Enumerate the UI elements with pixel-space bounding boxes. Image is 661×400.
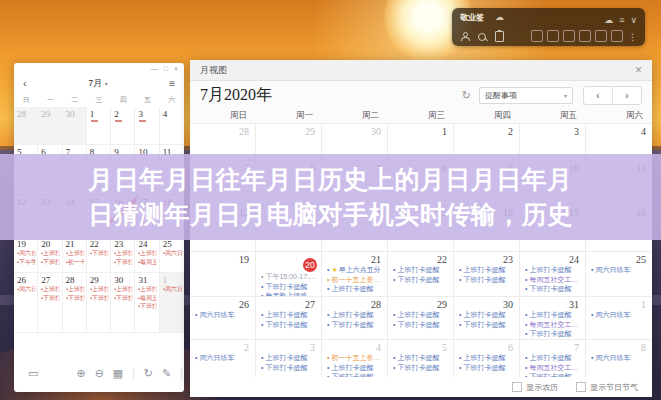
- day-cell[interactable]: 29•上班打卡提醒•下班打卡提醒: [388, 297, 454, 339]
- day-cell[interactable]: 5•上班打卡提醒•下班打卡提醒: [388, 340, 454, 377]
- checkbox-icon[interactable]: [576, 382, 586, 392]
- mini-day-cell[interactable]: 29: [38, 107, 62, 145]
- month-selector[interactable]: 7月 ▾: [27, 77, 169, 90]
- mini-event[interactable]: •上班打卡..: [114, 249, 133, 257]
- day-cell[interactable]: 30•上班打卡提醒•下班打卡提醒: [454, 297, 520, 339]
- calendar-event[interactable]: •★早上六点五分: [327, 265, 383, 275]
- calendar-event[interactable]: •上班打卡提醒: [261, 353, 317, 363]
- user-icon[interactable]: [460, 32, 469, 41]
- minimize-button[interactable]: —: [151, 65, 158, 72]
- calendar-event[interactable]: •下班打卡提醒: [525, 372, 581, 377]
- mini-event[interactable]: •下班打卡..: [90, 294, 109, 302]
- clipboard-icon[interactable]: [495, 31, 504, 42]
- mini-event[interactable]: •上班打卡..: [90, 285, 109, 293]
- calendar-event[interactable]: •下班打卡提醒: [393, 363, 449, 373]
- calendar-event[interactable]: •上班打卡提醒: [327, 284, 383, 294]
- mini-day-cell[interactable]: 1•周六日练..: [160, 273, 184, 333]
- mini-day-cell[interactable]: 4: [160, 107, 184, 145]
- mini-day-cell[interactable]: 26•周六日练..: [14, 273, 38, 333]
- image-icon[interactable]: ▦: [113, 368, 123, 379]
- app-shortcut-icon[interactable]: [531, 30, 543, 42]
- calendar-event[interactable]: •上班打卡提醒: [459, 310, 515, 320]
- day-cell[interactable]: 24•上班打卡提醒•每周五社交工作总结•下班打卡提醒: [520, 252, 586, 296]
- day-cell[interactable]: 23•上班打卡提醒•下班打卡提醒: [454, 252, 520, 296]
- mini-event[interactable]: •下班打卡..: [114, 294, 133, 302]
- calendar-event[interactable]: •周六日练车: [195, 310, 251, 320]
- mini-event[interactable]: •下班打卡..: [114, 258, 133, 266]
- calendar-event[interactable]: •上班打卡提醒: [393, 310, 449, 320]
- mini-day-cell[interactable]: 29•上班打卡..•下班打卡..: [87, 273, 111, 333]
- mini-day-cell[interactable]: 3: [135, 107, 159, 145]
- day-cell[interactable]: 26•周六日练车: [190, 297, 256, 339]
- menu-icon[interactable]: ≡: [619, 15, 624, 25]
- calendar-event[interactable]: •上班打卡提醒: [525, 310, 581, 320]
- mini-day-cell[interactable]: 23•上班打卡..•下班打卡..: [111, 237, 135, 273]
- mini-day-cell[interactable]: 30: [63, 107, 87, 145]
- mini-event[interactable]: •上班打卡..: [138, 285, 157, 293]
- mini-day-cell[interactable]: 22•下班打卡..: [87, 237, 111, 273]
- calendar-event[interactable]: •上班打卡提醒: [525, 353, 581, 363]
- mini-day-cell[interactable]: 20•上班打卡..•下班打卡..: [38, 237, 62, 273]
- zoom-out-icon[interactable]: ⊖: [95, 368, 104, 379]
- search-icon[interactable]: [478, 33, 486, 41]
- calendar-event[interactable]: •下班打卡提醒: [459, 363, 515, 373]
- calendar-event[interactable]: •周六日练车: [591, 310, 648, 320]
- day-cell[interactable]: 28•上班打卡提醒•下班打卡提醒: [322, 297, 388, 339]
- day-cell[interactable]: 20•下午15:00-17:00打…•下班打卡提醒•每天晚上锻炼身体…: [256, 252, 322, 296]
- app-shortcut-icon[interactable]: [579, 30, 591, 42]
- calendar-event[interactable]: •上班打卡提醒: [393, 265, 449, 275]
- calendar-event[interactable]: •下班打卡提醒: [525, 284, 581, 294]
- mini-day-cell[interactable]: 2: [111, 107, 135, 145]
- mini-event[interactable]: •下班打卡..: [66, 294, 85, 302]
- reminder-dropdown[interactable]: 提醒事项 ▾: [479, 87, 573, 104]
- calendar-event[interactable]: •下班打卡提醒: [327, 320, 383, 330]
- calendar-event[interactable]: •上班打卡提醒: [393, 353, 449, 363]
- calendar-event[interactable]: •初一十五上香提醒: [327, 353, 383, 363]
- mini-day-cell[interactable]: 27•上班打卡..•下班打卡..: [38, 273, 62, 333]
- day-cell[interactable]: 21•★早上六点五分•初一十五上香提醒•上班打卡提醒: [322, 252, 388, 296]
- mini-event[interactable]: •下班打卡..: [138, 302, 157, 310]
- day-cell[interactable]: 25•周六日练车: [586, 252, 652, 296]
- mini-event[interactable]: •上班打卡..: [66, 285, 85, 293]
- calendar-event[interactable]: •上班打卡提醒: [327, 310, 383, 320]
- app-shortcut-icon[interactable]: [547, 30, 559, 42]
- mini-day-cell[interactable]: 31•上班打卡..•每周五总..•下班打卡..: [135, 273, 159, 333]
- mini-day-cell[interactable]: 25•周六日练..: [160, 237, 184, 273]
- notes-floating-toolbar[interactable]: 敬业签 ☁ ☁≡∨ ⋮: [452, 8, 645, 46]
- calendar-event[interactable]: •每周五社交工作总结: [525, 320, 581, 330]
- mini-day-cell[interactable]: 21•上班打卡..•初一十五..: [63, 237, 87, 273]
- mini-event[interactable]: •初一十五..: [66, 258, 85, 266]
- mini-event[interactable]: •下班打卡..: [41, 294, 60, 302]
- mini-event[interactable]: •每周五总..: [138, 258, 157, 266]
- calendar-event[interactable]: •周六日练车: [195, 353, 251, 363]
- calendar-event[interactable]: •下班打卡提醒: [459, 275, 515, 285]
- cloud-icon[interactable]: ☁: [604, 15, 613, 25]
- mini-day-cell[interactable]: 28: [14, 107, 38, 145]
- refresh-icon[interactable]: ↻: [462, 89, 471, 102]
- day-cell[interactable]: 4•初一十五上香提醒•上班打卡提醒•下班打卡提醒: [322, 340, 388, 377]
- prev-month-button[interactable]: ‹: [584, 87, 613, 104]
- mini-day-cell[interactable]: 30•上班打卡..•下班打卡..: [111, 273, 135, 333]
- mini-event[interactable]: •下班打卡..: [90, 249, 109, 257]
- day-cell[interactable]: 7•上班打卡提醒•每周五社交工作总结•下班打卡提醒: [520, 340, 586, 377]
- app-shortcut-icon[interactable]: [611, 30, 623, 42]
- maximize-button[interactable]: □: [164, 65, 168, 72]
- day-cell[interactable]: 8•周六日练车: [586, 340, 652, 377]
- calendar-event[interactable]: •上班打卡提醒: [459, 265, 515, 275]
- display-icon[interactable]: ▭: [28, 368, 38, 379]
- day-cell[interactable]: 22•上班打卡提醒•下班打卡提醒: [388, 252, 454, 296]
- day-cell[interactable]: 31•上班打卡提醒•每周五社交工作总结•下班打卡提醒: [520, 297, 586, 339]
- calendar-event[interactable]: •上班打卡提醒: [525, 265, 581, 275]
- calendar-event[interactable]: •上班打卡提醒: [261, 310, 317, 320]
- close-icon[interactable]: ×: [635, 64, 642, 76]
- mini-event[interactable]: •周六自练..: [17, 249, 36, 257]
- day-cell[interactable]: 1•周六日练车: [586, 297, 652, 339]
- calendar-event[interactable]: •周六日练车: [591, 265, 648, 275]
- mini-day-cell[interactable]: 1: [87, 107, 111, 145]
- calendar-event[interactable]: •每周五社交工作总结: [525, 363, 581, 373]
- mini-event[interactable]: •上班打卡..: [66, 249, 85, 257]
- calendar-event[interactable]: •下班打卡提醒: [327, 372, 383, 377]
- day-cell[interactable]: 19: [190, 252, 256, 296]
- calendar-event[interactable]: •上班打卡提醒: [459, 353, 515, 363]
- more-icon[interactable]: ⋮: [628, 32, 637, 42]
